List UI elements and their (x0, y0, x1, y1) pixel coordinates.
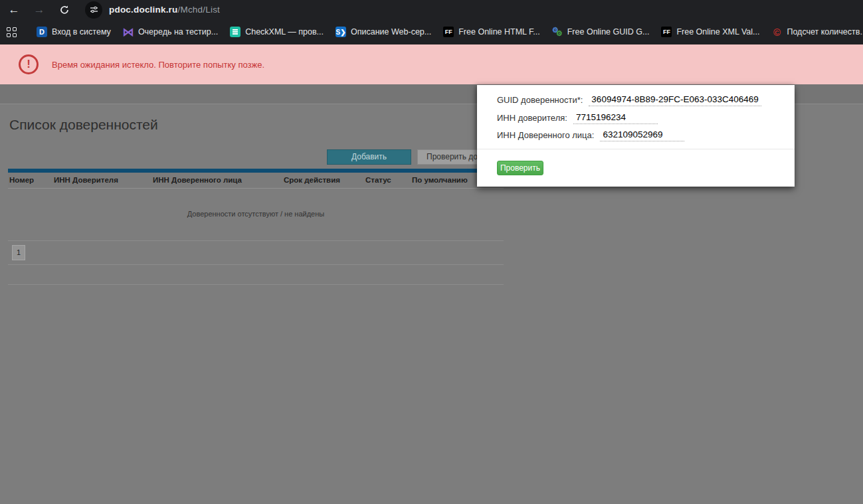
exclamation-icon: ! (19, 54, 39, 74)
bookmark-vhod[interactable]: D Вход в систему (31, 23, 117, 41)
bookmark-html-formatter[interactable]: FF Free Online HTML F... (437, 23, 546, 41)
bookmark-podschet[interactable]: © Подсчет количеств... (765, 23, 863, 41)
divider (8, 284, 504, 285)
bookmark-checkxml[interactable]: CheckXML — пров... (224, 23, 330, 41)
error-banner: ! Время ожидания истекло. Повторите попы… (0, 44, 863, 84)
table-header-row: Номер ИНН Доверителя ИНН Доверенного лиц… (8, 173, 504, 189)
divider (477, 149, 795, 149)
principal-inn-label: ИНН доверителя: (497, 113, 567, 124)
site-settings-chip[interactable] (85, 1, 102, 19)
bookmark-xml-validator[interactable]: FF Free Online XML Val... (655, 23, 765, 41)
col-number: Номер (9, 176, 34, 184)
col-principal-inn: ИНН Доверителя (54, 176, 118, 184)
ff-icon: FF (661, 27, 672, 37)
ff-icon: FF (443, 27, 454, 37)
reload-icon[interactable] (56, 1, 73, 19)
check-poa-popup: GUID доверенности*: 36094974-8B89-29FC-E… (477, 85, 795, 187)
col-validity: Срок действия (284, 176, 340, 184)
gears-icon: ⚙⚙ (552, 27, 563, 37)
bookmark-ochered[interactable]: ⋈ Очередь на тестир... (117, 23, 224, 41)
copyright-icon: © (771, 27, 782, 37)
url-host: pdoc.doclink.ru (109, 5, 178, 15)
bookmark-label: Описание Web-сер... (351, 27, 431, 37)
divider (8, 264, 504, 265)
page-title: Список доверенностей (9, 117, 158, 133)
col-default: По умолчанию (412, 176, 468, 184)
guid-label: GUID доверенности*: (497, 95, 583, 106)
verify-button[interactable]: Проверить (497, 161, 543, 175)
attorney-inn-input[interactable]: 632109052969 (600, 129, 684, 141)
attorney-inn-label: ИНН Доверенного лица: (497, 130, 594, 141)
back-icon[interactable]: ← (5, 1, 23, 19)
bookmark-label: Очередь на тестир... (138, 27, 218, 37)
tune-icon (90, 5, 98, 14)
bookmark-label: Free Online GUID G... (567, 27, 650, 37)
guid-input[interactable]: 36094974-8B89-29FC-E063-033C406469 (589, 94, 761, 106)
col-status: Статус (365, 176, 391, 184)
apps-grid-icon[interactable] (7, 27, 17, 37)
bookmark-guid-generator[interactable]: ⚙⚙ Free Online GUID G... (546, 23, 656, 41)
bookmark-label: Free Online HTML F... (458, 27, 540, 37)
bookmark-label: Вход в систему (52, 27, 111, 37)
s-arrow-icon: S❯ (336, 27, 346, 37)
add-poa-button[interactable]: Добавить доверенность (327, 149, 411, 165)
bookmarks-bar: D Вход в систему ⋈ Очередь на тестир... … (0, 19, 863, 44)
col-attorney-inn: ИНН Доверенного лица (153, 176, 242, 184)
d-letter-icon: D (37, 27, 47, 37)
principal-inn-input[interactable]: 7715196234 (573, 112, 658, 124)
visual-studio-icon: ⋈ (123, 27, 134, 37)
bookmark-opisanie[interactable]: S❯ Описание Web-сер... (330, 23, 437, 41)
empty-table-message: Доверенности отсутствуют / не найдены (8, 210, 504, 218)
forward-icon[interactable]: → (31, 1, 48, 19)
address-bar[interactable]: pdoc.doclink.ru/Mchd/List (109, 5, 220, 15)
pagination-page-1[interactable]: 1 (12, 245, 25, 260)
bookmark-label: Free Online XML Val... (676, 27, 759, 37)
bookmark-label: CheckXML — пров... (245, 27, 324, 37)
url-path: /Mchd/List (178, 5, 221, 15)
bookmark-label: Подсчет количеств... (787, 27, 863, 37)
divider (8, 240, 504, 241)
teal-document-icon (230, 27, 240, 37)
browser-toolbar: ← → pdoc.doclink.ru/Mchd/List (0, 0, 863, 19)
error-message: Время ожидания истекло. Повторите попытк… (52, 60, 264, 70)
